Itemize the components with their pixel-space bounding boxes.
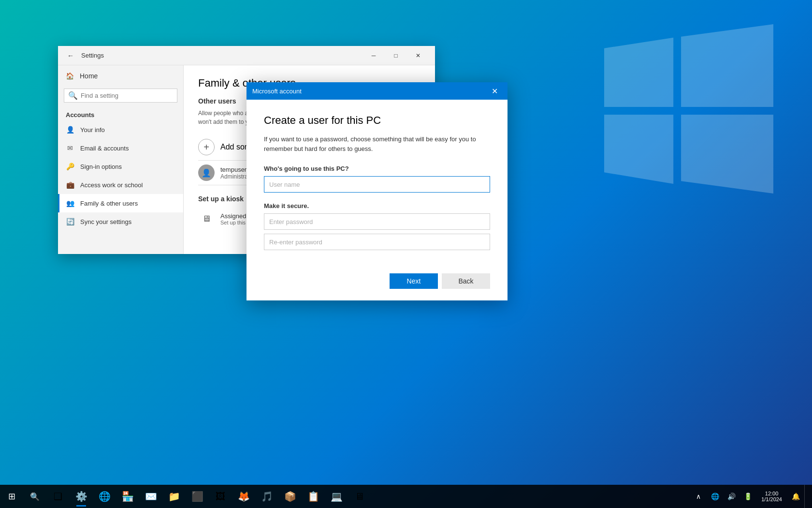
sidebar-item-label: Access work or school	[80, 181, 143, 189]
sidebar-item-sync-settings[interactable]: 🔄 Sync your settings	[58, 212, 183, 231]
minimize-button[interactable]: ─	[362, 48, 385, 63]
taskbar-app-explorer[interactable]: 📁	[162, 485, 186, 508]
home-label: Home	[80, 72, 98, 80]
taskbar-app-settings[interactable]: ⚙️	[70, 485, 93, 508]
sidebar-item-label: Your info	[80, 126, 105, 134]
taskbar-app-monitor[interactable]: 🖥	[348, 485, 371, 508]
sidebar-item-sign-in-options[interactable]: 🔑 Sign-in options	[58, 157, 183, 176]
sidebar-item-email-accounts[interactable]: ✉ Email & accounts	[58, 139, 183, 157]
sidebar-item-family-other-users[interactable]: 👥 Family & other users	[58, 194, 183, 212]
sidebar: 🏠 Home 🔍 Accounts 👤 Your info ✉ Email & …	[58, 65, 184, 254]
tray-date: 1/1/2024	[761, 496, 782, 502]
taskbar-app-mail[interactable]: ✉️	[139, 485, 162, 508]
tray-battery[interactable]: 🔋	[740, 485, 755, 508]
sidebar-home[interactable]: 🏠 Home	[58, 65, 183, 87]
taskbar-app-terminal[interactable]: ⬛	[186, 485, 209, 508]
taskbar-app-store[interactable]: 🏪	[116, 485, 139, 508]
settings-title: Settings	[81, 52, 362, 59]
search-icon: 🔍	[68, 91, 78, 100]
add-icon: +	[198, 139, 215, 155]
search-input[interactable]	[81, 92, 173, 99]
tray-time: 12:00	[765, 491, 779, 496]
close-button[interactable]: ✕	[407, 48, 429, 63]
taskbar-app-firefox[interactable]: 🦊	[232, 485, 255, 508]
window-controls: ─ □ ✕	[362, 48, 429, 63]
sidebar-section-label: Accounts	[58, 107, 183, 120]
avatar: 👤	[198, 164, 215, 181]
sync-icon: 🔄	[66, 217, 74, 226]
reenter-password-input[interactable]	[264, 234, 490, 250]
sidebar-item-label: Sign-in options	[80, 163, 122, 170]
sidebar-item-access-work-school[interactable]: 💼 Access work or school	[58, 176, 183, 194]
taskbar-app-cmd[interactable]: 💻	[325, 485, 348, 508]
taskbar-search-icon: 🔍	[30, 492, 40, 501]
back-button[interactable]: Back	[442, 273, 490, 289]
taskbar-apps: ❑ ⚙️ 🌐 🏪 ✉️ 📁 ⬛ 🖼 🦊 🎵 📦 📋 💻 🖥	[46, 485, 687, 508]
taskbar-app-music[interactable]: 🎵	[255, 485, 278, 508]
settings-back-button[interactable]: ←	[64, 49, 77, 62]
taskbar-tray: ∧ 🌐 🔊 🔋 12:00 1/1/2024 🔔	[687, 485, 812, 508]
start-icon: ⊞	[8, 491, 15, 502]
maximize-button[interactable]: □	[385, 48, 407, 63]
ms-page-title: Create a user for this PC	[264, 114, 490, 127]
taskbar-app-notes[interactable]: 📋	[302, 485, 325, 508]
sidebar-search-box[interactable]: 🔍	[64, 89, 177, 103]
ms-dialog-title: Microsoft account	[252, 88, 487, 95]
sidebar-item-your-info[interactable]: 👤 Your info	[58, 120, 183, 139]
settings-titlebar: ← Settings ─ □ ✕	[58, 46, 435, 65]
sidebar-item-label: Sync your settings	[80, 218, 131, 225]
ms-dialog-footer: Next Back	[246, 266, 508, 300]
ms-dialog-titlebar: Microsoft account ✕	[246, 82, 508, 100]
ms-description: If you want to use a password, choose so…	[264, 134, 490, 153]
make-secure-label: Make it secure.	[264, 202, 490, 209]
password-input[interactable]	[264, 213, 490, 230]
kiosk-icon: 🖥	[198, 210, 215, 227]
start-button[interactable]: ⊞	[0, 485, 23, 508]
who-label: Who's going to use this PC?	[264, 165, 490, 172]
taskbar-search-button[interactable]: 🔍	[23, 485, 46, 508]
taskbar: ⊞ 🔍 ❑ ⚙️ 🌐 🏪 ✉️ 📁 ⬛ 🖼 🦊 🎵 📦 📋 💻 🖥 ∧ 🌐 🔊 …	[0, 485, 812, 508]
tray-notifications[interactable]: 🔔	[788, 485, 803, 508]
tray-network[interactable]: 🌐	[707, 485, 723, 508]
next-button[interactable]: Next	[390, 273, 438, 289]
ms-dialog-body: Create a user for this PC If you want to…	[246, 100, 508, 266]
home-icon: 🏠	[66, 72, 74, 80]
windows-logo-watermark	[604, 24, 773, 194]
tray-volume[interactable]: 🔊	[724, 485, 739, 508]
taskbar-app-packages[interactable]: 📦	[278, 485, 302, 508]
ms-account-dialog: Microsoft account ✕ Create a user for th…	[246, 82, 508, 300]
show-desktop-button[interactable]	[804, 485, 808, 508]
taskbar-app-edge[interactable]: 🌐	[93, 485, 116, 508]
tray-chevron[interactable]: ∧	[691, 485, 706, 508]
sign-in-icon: 🔑	[66, 162, 74, 171]
email-accounts-icon: ✉	[66, 144, 74, 152]
taskbar-app-photos[interactable]: 🖼	[209, 485, 232, 508]
sidebar-item-label: Family & other users	[80, 200, 138, 207]
your-info-icon: 👤	[66, 125, 74, 134]
work-school-icon: 💼	[66, 180, 74, 189]
family-icon: 👥	[66, 199, 74, 208]
sidebar-item-label: Email & accounts	[80, 145, 129, 152]
ms-dialog-close-button[interactable]: ✕	[487, 84, 502, 98]
username-input[interactable]	[264, 176, 490, 193]
taskbar-app-task-view[interactable]: ❑	[46, 485, 70, 508]
tray-clock[interactable]: 12:00 1/1/2024	[756, 485, 787, 508]
